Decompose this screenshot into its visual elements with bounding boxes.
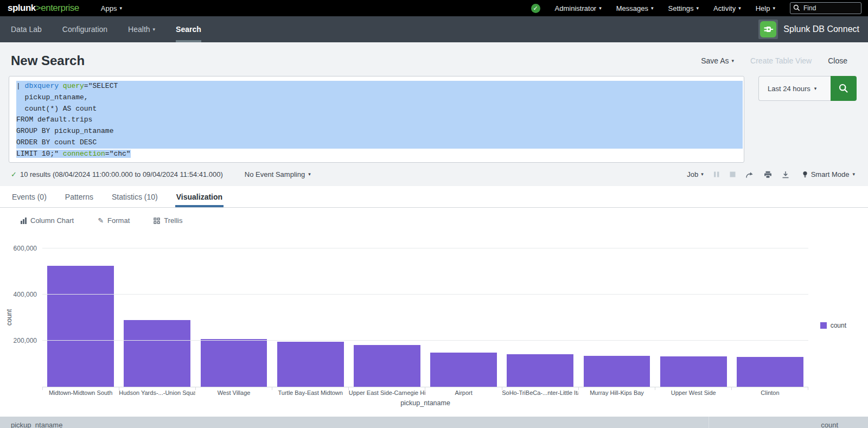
table-header-pickup-ntaname[interactable]: pickup_ntaname: [0, 417, 709, 428]
query-selection: LIMIT 10;" connection="chc": [16, 150, 131, 158]
smart-mode-label: Smart Mode: [811, 170, 850, 178]
apps-menu[interactable]: Apps ▾: [101, 4, 122, 12]
query-line: count(*) AS count: [16, 104, 743, 115]
topbar-menu-messages[interactable]: Messages▾: [616, 4, 654, 12]
query-line: pickup_ntaname,: [16, 92, 743, 104]
find-input[interactable]: [790, 2, 861, 14]
apps-menu-label: Apps: [101, 4, 117, 12]
event-sampling-label: No Event Sampling: [245, 170, 305, 178]
menu-label: Help: [756, 4, 770, 12]
splunk-logo[interactable]: splunk >enterprise: [8, 3, 79, 14]
stop-icon: [730, 171, 736, 177]
column-chart-icon: [21, 218, 27, 224]
query-line: ORDER BY count DESC: [16, 137, 743, 149]
logo-text-enterprise: >enterprise: [36, 3, 79, 14]
caret-down-icon: ▾: [308, 172, 311, 177]
page: splunk >enterprise Apps ▾ ✓ Administrato…: [0, 0, 868, 428]
query-line: LIMIT 10;" connection="chc": [16, 149, 744, 160]
bar-midtown-midtown-south[interactable]: [47, 266, 114, 387]
save-as-label: Save As: [701, 56, 729, 65]
format-button[interactable]: ✎ Format: [98, 216, 130, 225]
legend-swatch: [820, 322, 827, 329]
menu-label: Settings: [668, 4, 694, 12]
bar-slot: [195, 339, 272, 387]
table-header-count[interactable]: count: [709, 417, 868, 428]
query-token: ="chc": [105, 150, 131, 158]
pause-button[interactable]: [713, 171, 720, 178]
bar-airport[interactable]: [430, 353, 497, 387]
download-icon: [782, 171, 789, 178]
job-controls: Job ▾: [687, 170, 855, 178]
job-menu[interactable]: Job ▾: [687, 170, 704, 178]
appnav-label: Health: [128, 25, 150, 34]
event-sampling-menu[interactable]: No Event Sampling ▾: [245, 170, 311, 178]
tab-visualization[interactable]: Visualization: [175, 186, 224, 207]
trellis-button[interactable]: Trellis: [154, 216, 182, 225]
pause-icon: [713, 171, 720, 178]
topbar-menu-activity[interactable]: Activity▾: [713, 4, 741, 12]
gridline: [42, 248, 808, 248]
chart-type-button[interactable]: Column Chart: [21, 216, 74, 225]
appnav-item-configuration[interactable]: Configuration: [62, 16, 107, 42]
query-token: FROM default.trips: [16, 116, 92, 124]
bar-slot: [655, 356, 732, 387]
bar-slot: [578, 356, 655, 387]
bar-murray-hill-kips-bay[interactable]: [584, 356, 650, 387]
close-label: Close: [828, 56, 847, 65]
bar-upper-west-side[interactable]: [660, 356, 727, 387]
job-label: Job: [687, 170, 698, 178]
caret-down-icon: ▾: [119, 6, 122, 11]
bar-turtle-bay-east-midtown[interactable]: [277, 342, 344, 387]
appnav-item-data-lab[interactable]: Data Lab: [11, 16, 42, 42]
bar-hudson-yards-union-square[interactable]: [124, 320, 190, 387]
topbar-menu-help[interactable]: Help▾: [756, 4, 775, 12]
tab-statistics-10[interactable]: Statistics (10): [111, 186, 159, 207]
app-nav-tabs: Data LabConfigurationHealth▾Search: [11, 16, 201, 42]
bar-slot: [425, 353, 502, 387]
tab-patterns[interactable]: Patterns: [64, 186, 94, 207]
x-label: Airport: [425, 389, 502, 396]
bar-slot: [42, 266, 119, 387]
appnav-item-search[interactable]: Search: [176, 16, 201, 42]
x-label: Upper East Side-Carnegie Hill: [349, 389, 425, 396]
print-button[interactable]: [764, 171, 772, 178]
search-button[interactable]: [831, 76, 857, 101]
bar-slot: [349, 345, 425, 387]
x-label: West Village: [195, 389, 272, 396]
caret-down-icon: ▾: [153, 27, 156, 32]
query-line: GROUP BY pickup_ntaname: [16, 126, 743, 137]
query-token: pickup_ntaname,: [16, 93, 88, 101]
search-query-input[interactable]: | dbxquery query="SELECT pickup_ntaname,…: [9, 76, 744, 163]
app-identity[interactable]: Splunk DB Connect: [758, 16, 859, 42]
query-line: FROM default.trips: [16, 114, 743, 126]
caret-down-icon: ▾: [701, 172, 704, 177]
bar-upper-east-side-carnegie-hill[interactable]: [354, 345, 420, 387]
stop-button[interactable]: [730, 171, 736, 177]
chart-legend[interactable]: count: [820, 322, 846, 329]
bar-clinton[interactable]: [737, 357, 803, 387]
caret-down-icon: ▾: [696, 6, 699, 11]
save-as-button[interactable]: Save As ▾: [701, 56, 734, 65]
caret-down-icon: ▾: [773, 6, 775, 11]
appnav-label: Configuration: [62, 25, 107, 34]
share-button[interactable]: [745, 171, 754, 178]
top-nav-bar: splunk >enterprise Apps ▾ ✓ Administrato…: [0, 0, 868, 16]
export-button[interactable]: [782, 171, 789, 178]
x-label: SoHo-TriBeCa-...nter-Little Italy: [502, 389, 578, 396]
time-range-picker[interactable]: Last 24 hours ▾: [758, 76, 831, 101]
health-status-icon[interactable]: ✓: [531, 4, 540, 13]
search-mode-menu[interactable]: Smart Mode ▾: [802, 170, 855, 178]
appnav-item-health[interactable]: Health▾: [128, 16, 155, 42]
topbar-right: ✓ Administrator▾Messages▾Settings▾Activi…: [531, 2, 861, 14]
close-button[interactable]: Close: [828, 56, 847, 65]
menu-label: Activity: [713, 4, 736, 12]
bar-soho-tribeca-nter-little-italy[interactable]: [507, 354, 573, 387]
pencil-icon: ✎: [98, 216, 104, 225]
query-token: |: [16, 82, 25, 90]
gridline: [42, 340, 808, 341]
tab-events-0[interactable]: Events (0): [11, 186, 48, 207]
bar-west-village[interactable]: [201, 339, 267, 387]
topbar-menu-administrator[interactable]: Administrator▾: [555, 4, 602, 12]
x-label: Midtown-Midtown South: [42, 389, 119, 396]
topbar-menu-settings[interactable]: Settings▾: [668, 4, 699, 12]
